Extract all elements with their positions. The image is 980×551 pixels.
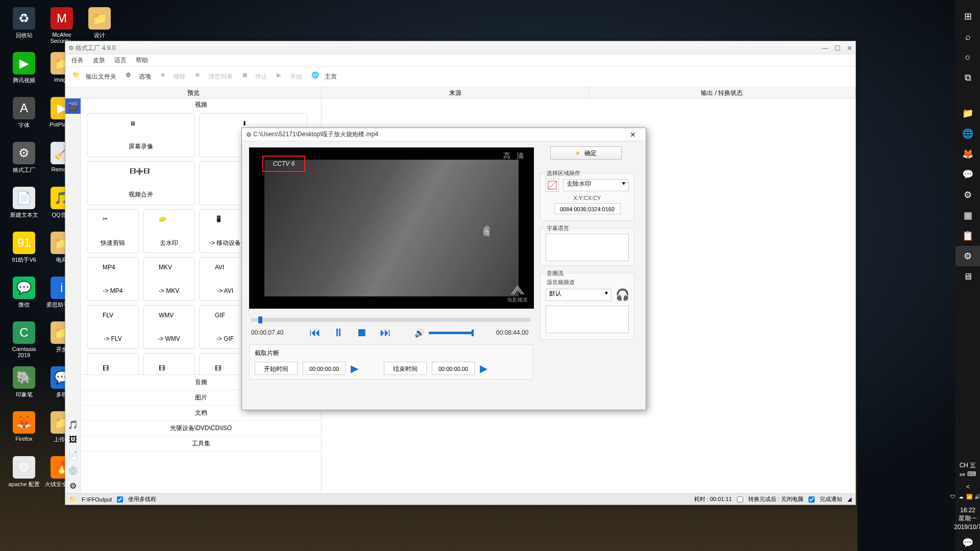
desktop-icon[interactable]: ♻回收站 bbox=[5, 4, 43, 49]
cat-video-icon[interactable]: 🎬 bbox=[65, 98, 81, 114]
watermark-selection[interactable]: CCTV 6 bbox=[262, 156, 305, 172]
search-icon[interactable]: ⌕ bbox=[955, 27, 980, 47]
dialog-titlebar[interactable]: ⚙ C:\Users\52171\Desktop\嘎子放火烧炮楼.mp4 ✕ bbox=[242, 128, 646, 141]
format-tile[interactable]: 🎞 bbox=[87, 353, 139, 374]
format-tile[interactable]: WMV-> WMV bbox=[143, 305, 195, 349]
app-icon-2[interactable]: 📋 bbox=[955, 226, 980, 246]
firefox-taskbar-icon[interactable]: 🦊 bbox=[955, 144, 980, 164]
start-button[interactable]: ⊞ bbox=[955, 6, 980, 27]
video-preview[interactable]: 高 清 小兵张嘎 电影频道 CCTV 6 bbox=[249, 147, 534, 309]
desktop-icon[interactable]: 💬微信 bbox=[5, 273, 43, 318]
app-icon-3[interactable]: 🖥 bbox=[955, 266, 980, 287]
shutdown-checkbox[interactable] bbox=[737, 496, 743, 503]
desktop-icon[interactable]: ▶腾讯视频 bbox=[5, 49, 43, 94]
region-mode-icon[interactable] bbox=[546, 179, 559, 192]
format-tile[interactable]: ✂快速剪辑 bbox=[87, 209, 139, 253]
play-start-button[interactable]: ▶ bbox=[351, 362, 358, 374]
col-output[interactable]: 输出 / 转换状态 bbox=[589, 87, 855, 98]
col-preview[interactable]: 预览 bbox=[65, 87, 322, 98]
desktop-icon[interactable]: 9191助手V6 bbox=[5, 229, 43, 273]
format-tile[interactable]: 🎞 bbox=[143, 353, 195, 374]
maximize-button[interactable]: ☐ bbox=[835, 44, 841, 52]
start-time-value[interactable]: 00:00:00.00 bbox=[303, 362, 346, 375]
system-tray[interactable]: 🛡☁ 📶🔊 bbox=[946, 492, 980, 503]
menu-item[interactable]: 帮助 bbox=[136, 56, 148, 65]
app-icon-1[interactable]: ▦ bbox=[955, 205, 980, 226]
window-titlebar[interactable]: ⚙ 格式工厂 4.9.0 — ☐ ✕ bbox=[65, 41, 855, 55]
coord-value[interactable]: 0084:0036:0324:0160 bbox=[554, 203, 621, 214]
pause-button[interactable]: ⏸ bbox=[333, 326, 344, 339]
play-end-button[interactable]: ▶ bbox=[480, 362, 487, 374]
desktop-icon[interactable]: A字体 bbox=[5, 94, 43, 139]
cat-audio-icon[interactable]: 🎵 bbox=[65, 417, 81, 432]
volume-slider[interactable] bbox=[429, 332, 473, 334]
wechat-taskbar-icon[interactable]: 💬 bbox=[955, 164, 980, 185]
subtitle-list[interactable] bbox=[546, 234, 629, 261]
audio-list[interactable] bbox=[546, 306, 629, 333]
desktop-icon[interactable]: 📄新建文本文 bbox=[5, 184, 43, 229]
desktop-icon[interactable]: CCamtasia 2019 bbox=[5, 318, 43, 363]
desktop-icon[interactable]: ⚙格式工厂 bbox=[5, 139, 43, 184]
tray-icon[interactable]: 🛡 bbox=[949, 494, 957, 501]
tray-icon[interactable]: 📶 bbox=[966, 494, 973, 501]
format-factory-taskbar-icon[interactable]: ⚙ bbox=[955, 246, 980, 266]
status-resize-icon[interactable]: ◢ bbox=[847, 496, 851, 503]
clock[interactable]: 16:22 星期一 2019/10/7 bbox=[953, 503, 980, 535]
col-source[interactable]: 来源 bbox=[322, 87, 589, 98]
toolbar-button[interactable]: 📁输出文件夹 bbox=[69, 69, 119, 85]
menu-item[interactable]: 任务 bbox=[71, 56, 84, 65]
seek-handle[interactable] bbox=[258, 316, 262, 323]
chrome-icon[interactable]: 🌐 bbox=[955, 123, 980, 144]
menu-item[interactable]: 皮肤 bbox=[93, 56, 105, 65]
folder-icon[interactable]: 📁 bbox=[69, 496, 77, 503]
settings-icon[interactable]: ⚙ bbox=[955, 185, 980, 205]
action-center-icon[interactable]: 💬 bbox=[955, 535, 980, 551]
prev-button[interactable]: ⏮ bbox=[309, 326, 321, 339]
audio-select[interactable]: 默认 ▾ bbox=[546, 289, 611, 301]
stop-button[interactable]: ⏹ bbox=[356, 326, 368, 339]
tile-screen-record[interactable]: 🖥屏幕录像 bbox=[87, 113, 195, 157]
end-time-button[interactable]: 结束时间 bbox=[384, 362, 427, 375]
region-group: 选择区域操作 去除水印 ▾ X:Y:CX:CY 0084:0036:0324:0… bbox=[540, 173, 634, 221]
desktop-icon[interactable]: 🦊Firefox bbox=[5, 408, 43, 453]
menu-item[interactable]: 语言 bbox=[114, 56, 127, 65]
desktop-icon[interactable]: ⚙apache 配置 bbox=[5, 453, 43, 498]
cat-disc-icon[interactable]: 💿 bbox=[65, 463, 81, 478]
tile-video-join[interactable]: 🎞➕🎞视频合并 bbox=[87, 161, 195, 205]
seek-bar[interactable] bbox=[251, 318, 531, 322]
cat-image-icon[interactable]: 🖼 bbox=[65, 432, 81, 447]
ok-button[interactable]: ➤ 确定 bbox=[550, 146, 622, 160]
notify-checkbox[interactable] bbox=[808, 496, 815, 503]
category-row[interactable]: 工具集 bbox=[81, 436, 321, 452]
minimize-button[interactable]: — bbox=[822, 44, 828, 52]
desktop-icon[interactable]: 🐘印象笔 bbox=[5, 363, 43, 408]
subtitle-title: 字幕语言 bbox=[545, 224, 571, 232]
start-time-button[interactable]: 开始时间 bbox=[255, 362, 298, 375]
next-button[interactable]: ⏭ bbox=[380, 326, 391, 339]
close-button[interactable]: ✕ bbox=[847, 44, 852, 52]
headphone-icon[interactable]: 🎧 bbox=[616, 288, 629, 302]
tray-icon[interactable]: 🔊 bbox=[974, 494, 980, 501]
format-tile[interactable]: MP4-> MP4 bbox=[87, 257, 139, 301]
output-path[interactable]: F:\FFOutput bbox=[82, 496, 112, 503]
multithread-checkbox[interactable] bbox=[117, 496, 123, 503]
dialog-close-button[interactable]: ✕ bbox=[624, 131, 642, 139]
cat-doc-icon[interactable]: 📄 bbox=[65, 447, 81, 463]
toolbar-button[interactable]: ⚙选项 bbox=[122, 69, 154, 85]
preview-pane: 高 清 小兵张嘎 电影频道 CCTV 6 00:00:07.40 ⏮ ⏸ ⏹ ⏭ bbox=[242, 141, 538, 410]
format-tile[interactable]: 🧽去水印 bbox=[143, 209, 195, 253]
format-tile[interactable]: MKV-> MKV bbox=[143, 257, 195, 301]
region-mode-select[interactable]: 去除水印 ▾ bbox=[563, 179, 629, 191]
explorer-icon[interactable]: 📁 bbox=[955, 103, 980, 123]
taskview-icon[interactable]: ⧉ bbox=[955, 67, 980, 88]
cortana-icon[interactable]: ○ bbox=[955, 47, 980, 67]
tray-expand-icon[interactable]: ＜ bbox=[955, 482, 980, 492]
ime-indicator[interactable]: CH 五 ㏘ ⌨ bbox=[955, 458, 980, 482]
category-row[interactable]: 光驱设备\DVD\CD\ISO bbox=[81, 421, 321, 436]
toolbar-button[interactable]: 🌐主页 bbox=[308, 69, 340, 85]
tray-icon[interactable]: ☁ bbox=[958, 494, 965, 501]
volume-icon[interactable]: 🔊 bbox=[414, 328, 425, 338]
format-tile[interactable]: FLV-> FLV bbox=[87, 305, 139, 349]
cat-tools-icon[interactable]: ⚙ bbox=[65, 478, 81, 493]
end-time-value[interactable]: 00:00:00.00 bbox=[432, 362, 475, 375]
